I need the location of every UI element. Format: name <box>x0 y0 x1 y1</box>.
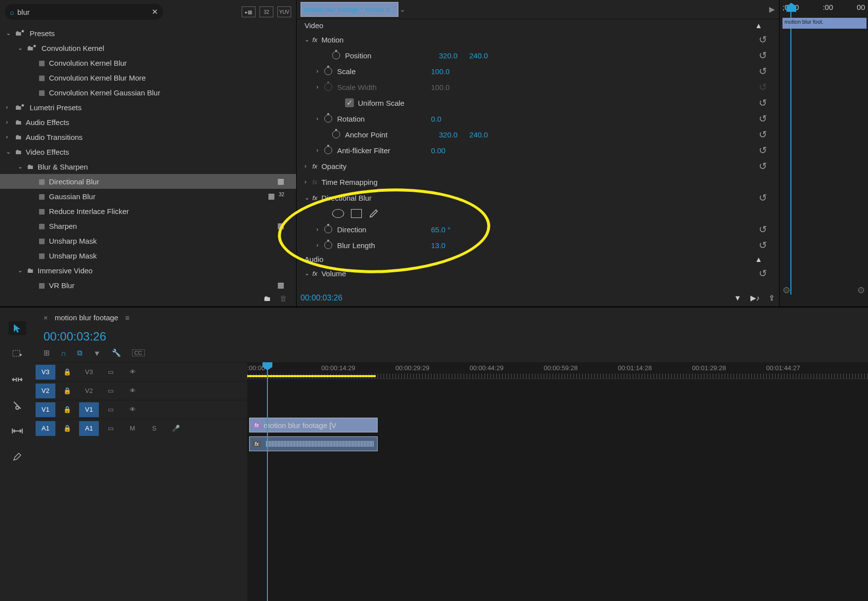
stopwatch-icon[interactable] <box>332 130 340 138</box>
lock-icon[interactable]: 🔒 <box>57 421 77 436</box>
rect-mask-icon[interactable] <box>351 209 362 218</box>
work-area-bar[interactable] <box>247 375 376 377</box>
mini-zoom-scroll[interactable] <box>783 288 864 293</box>
tree-unsharp-2[interactable]: ▦Unsharp Mask <box>0 248 296 263</box>
search-box[interactable]: ⌕ ✕ <box>5 4 163 20</box>
tree-lumetri[interactable]: ›🖿★Lumetri Presets <box>0 100 296 115</box>
tree-blur-sharpen[interactable]: ⌄🖿Blur & Sharpen <box>0 159 296 174</box>
tree-presets[interactable]: ⌄🖿★Presets <box>0 26 296 41</box>
pen-tool-icon[interactable] <box>8 450 26 464</box>
prop-anchor[interactable]: Anchor Point320.0240.0↺ <box>297 127 779 142</box>
reset-icon[interactable]: ↺ <box>759 49 767 61</box>
ellipse-mask-icon[interactable] <box>332 209 344 218</box>
stopwatch-icon[interactable] <box>332 51 340 59</box>
linked-selection-icon[interactable]: ⧉ <box>77 348 83 357</box>
effect-directional-blur[interactable]: ⌄fxDirectional Blur↺ <box>297 190 779 206</box>
insert-mode-icon[interactable]: ⊞ <box>43 348 50 357</box>
audio-clip[interactable]: fx <box>249 436 378 451</box>
ripple-edit-tool-icon[interactable] <box>8 373 26 386</box>
track-v2[interactable]: V2 🔒 V2 ▭ 👁 <box>35 381 247 400</box>
stopwatch-icon[interactable] <box>324 67 332 75</box>
eye-icon[interactable]: 👁 <box>123 384 142 398</box>
eye-icon[interactable]: 👁 <box>123 365 142 380</box>
track-a1[interactable]: A1 🔒 A1 ▭ M S 🎤 <box>35 419 247 437</box>
accelerated-filter-icon[interactable]: ▸▦ <box>242 6 256 17</box>
track-v3[interactable]: V3 🔒 V3 ▭ 👁 <box>35 362 247 381</box>
search-input[interactable] <box>17 8 152 16</box>
settings-icon[interactable]: 🔧 <box>112 348 121 357</box>
reset-icon[interactable]: ↺ <box>759 65 767 77</box>
track-content[interactable]: :00:00 00:00:14:29 00:00:29:29 00:00:44:… <box>247 362 868 601</box>
effect-motion[interactable]: ⌄fxMotion↺ <box>297 32 779 47</box>
effect-time-remap[interactable]: ›fxTime Remapping <box>297 174 779 190</box>
track-select-tool-icon[interactable] <box>8 347 26 361</box>
tab-menu-icon[interactable]: ≡ <box>125 313 130 322</box>
prop-antiflicker[interactable]: ›Anti-flicker Filter0.00↺ <box>297 142 779 158</box>
reset-icon[interactable]: ↺ <box>759 113 767 125</box>
tree-immersive[interactable]: ⌄🖿Immersive Video <box>0 263 296 278</box>
tree-audio-fx[interactable]: ›🖿Audio Effects <box>0 115 296 129</box>
captions-icon[interactable]: CC <box>132 349 145 356</box>
yuv-filter-icon[interactable]: YUV <box>277 6 291 17</box>
tree-vr-blur[interactable]: ▦VR Blur▦ <box>0 278 296 290</box>
play-only-icon[interactable]: ▶♪ <box>750 294 760 302</box>
tree-unsharp[interactable]: ▦Unsharp Mask <box>0 233 296 248</box>
mic-icon[interactable]: 🎤 <box>166 421 186 436</box>
export-icon[interactable]: ⇪ <box>769 294 775 302</box>
tree-video-fx[interactable]: ⌄🖿Video Effects <box>0 144 296 159</box>
collapse-icon[interactable]: ▲ <box>755 21 762 30</box>
close-tab-icon[interactable]: × <box>43 313 48 322</box>
mini-clip[interactable]: motion blur foot. <box>782 18 867 29</box>
reset-icon[interactable]: ↺ <box>759 239 767 251</box>
lock-icon[interactable]: 🔒 <box>57 365 77 380</box>
prop-blur-length[interactable]: ›Blur Length13.0↺ <box>297 237 779 253</box>
sync-lock-icon[interactable]: ▭ <box>101 421 121 436</box>
prop-direction[interactable]: ›Direction65.0 °↺ <box>297 221 779 237</box>
sync-lock-icon[interactable]: ▭ <box>101 365 121 380</box>
tree-directional[interactable]: ▦Directional Blur▦ <box>0 174 296 189</box>
tree-audio-tr[interactable]: ›🖿Audio Transitions <box>0 129 296 144</box>
tree-sharpen[interactable]: ▦Sharpen▦ <box>0 218 296 233</box>
collapse-icon[interactable]: ▲ <box>755 255 762 263</box>
reset-icon[interactable]: ↺ <box>759 97 767 109</box>
checkbox-icon[interactable]: ✓ <box>345 98 354 107</box>
play-icon[interactable]: ▶ <box>769 5 775 14</box>
stopwatch-icon[interactable] <box>324 146 332 154</box>
track-v1[interactable]: V1 🔒 V1 ▭ 👁 <box>35 400 247 419</box>
video-clip[interactable]: fxmotion blur footage [V <box>249 418 378 432</box>
lock-icon[interactable]: 🔒 <box>57 384 77 398</box>
tree-conv-blur[interactable]: ▦Convolution Kernel Blur <box>0 55 296 70</box>
pen-mask-icon[interactable] <box>369 208 380 220</box>
filter-icon[interactable]: ▼ <box>734 294 741 302</box>
eye-icon[interactable]: 👁 <box>123 402 142 417</box>
sync-lock-icon[interactable]: ▭ <box>101 402 121 417</box>
effect-opacity[interactable]: ›fxOpacity↺ <box>297 158 779 174</box>
stopwatch-icon[interactable] <box>324 225 332 233</box>
lock-icon[interactable]: 🔒 <box>57 402 77 417</box>
timeline-timecode[interactable]: 00:00:03:26 <box>35 328 868 348</box>
reset-icon[interactable]: ↺ <box>759 192 767 204</box>
timeline-ruler[interactable]: :00:00 00:00:14:29 00:00:29:29 00:00:44:… <box>247 362 868 379</box>
reset-icon[interactable]: ↺ <box>759 34 767 45</box>
tree-convolution[interactable]: ⌄🖿★Convolution Kernel <box>0 41 296 55</box>
clear-search-icon[interactable]: ✕ <box>152 7 158 16</box>
snap-icon[interactable]: ∩ <box>61 349 66 357</box>
tree-reduce[interactable]: ▦Reduce Interlace Flicker <box>0 204 296 218</box>
slip-tool-icon[interactable] <box>8 424 26 438</box>
reset-icon[interactable]: ↺ <box>759 160 767 172</box>
sync-lock-icon[interactable]: ▭ <box>101 384 121 398</box>
delete-icon[interactable]: 🗑 <box>280 294 287 302</box>
reset-icon[interactable]: ↺ <box>759 144 767 156</box>
tree-gaussian[interactable]: ▦Gaussian Blur▦32 <box>0 189 296 204</box>
clip-label[interactable]: motion blur footage * motion b... <box>301 2 398 17</box>
playhead[interactable] <box>267 362 268 601</box>
new-bin-icon[interactable]: 🖿 <box>263 294 271 302</box>
effect-timecode[interactable]: 00:00:03:26 <box>301 294 343 302</box>
mini-timeline[interactable]: ;0:00 :00 00 motion blur foot. <box>779 0 868 306</box>
prop-uniform-scale[interactable]: ✓Uniform Scale↺ <box>297 95 779 111</box>
stopwatch-icon[interactable] <box>324 115 332 123</box>
marker-icon[interactable]: ▼ <box>93 349 101 357</box>
tree-conv-gauss[interactable]: ▦Convolution Kernel Gaussian Blur <box>0 85 296 100</box>
sequence-tab[interactable]: motion blur footage <box>55 313 118 322</box>
reset-icon[interactable]: ↺ <box>759 267 767 279</box>
